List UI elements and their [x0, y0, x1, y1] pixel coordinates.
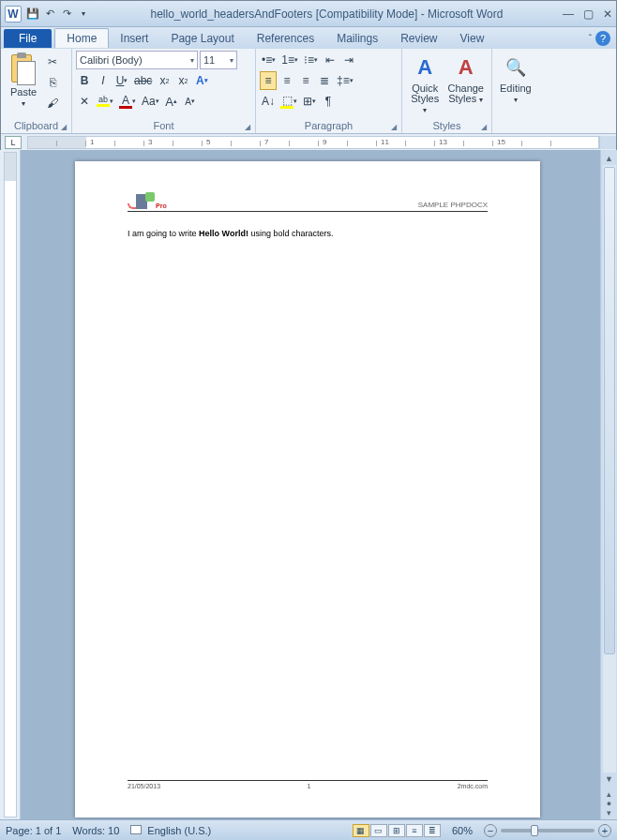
footer-site: 2mdc.com: [458, 783, 488, 789]
cut-button[interactable]: ✂: [44, 52, 61, 71]
tab-mailings[interactable]: Mailings: [325, 29, 389, 48]
zoom-out-button[interactable]: −: [484, 824, 497, 837]
quick-access-toolbar: 💾 ↶ ↷ ▾: [25, 7, 91, 22]
zoom-in-button[interactable]: +: [598, 824, 611, 837]
paste-button[interactable]: Paste▾: [5, 51, 42, 110]
editing-button[interactable]: 🔍 Editing▾: [496, 51, 535, 106]
browse-object-icon[interactable]: ●: [607, 799, 611, 808]
help-icon[interactable]: ?: [595, 31, 610, 46]
change-styles-button[interactable]: A Change Styles ▾: [444, 51, 488, 106]
superscript-button[interactable]: x2: [174, 71, 191, 90]
close-button[interactable]: ✕: [603, 8, 612, 21]
body-text-post: using bold characters.: [248, 229, 334, 238]
scroll-thumb[interactable]: [604, 167, 615, 654]
zoom-value[interactable]: 60%: [452, 825, 473, 836]
zoom-slider[interactable]: [501, 829, 594, 832]
styles-dialog-icon[interactable]: ◢: [481, 123, 487, 131]
minimize-button[interactable]: —: [563, 8, 574, 21]
numbering-button[interactable]: 1≡▾: [279, 51, 300, 69]
qat-more-icon[interactable]: ▾: [76, 7, 91, 22]
redo-icon[interactable]: ↷: [59, 7, 74, 22]
app-icon[interactable]: W: [5, 6, 22, 22]
group-clipboard-label: Clipboard: [14, 120, 58, 131]
shrink-font-button[interactable]: A▾: [182, 92, 199, 111]
clear-formatting-button[interactable]: ✕: [76, 92, 93, 111]
paste-label: Paste: [10, 86, 37, 98]
font-color-button[interactable]: A▾: [117, 92, 138, 111]
vertical-ruler[interactable]: [4, 152, 17, 818]
align-center-button[interactable]: ≡: [278, 71, 295, 90]
window-title: hello_world_headersAndFooters [Compatibi…: [97, 8, 557, 21]
tab-page-layout[interactable]: Page Layout: [159, 29, 245, 48]
zoom-slider-thumb[interactable]: [531, 825, 538, 836]
ruler-toggle-icon[interactable]: [599, 136, 616, 149]
font-size-value: 11: [203, 54, 215, 66]
copy-button[interactable]: ⎘: [44, 73, 61, 92]
paragraph-dialog-icon[interactable]: ◢: [391, 123, 397, 131]
format-painter-button[interactable]: 🖌: [44, 94, 61, 112]
minimize-ribbon-icon[interactable]: ˆ: [589, 34, 592, 44]
footer-date: 21/05/2013: [128, 783, 160, 789]
align-left-button[interactable]: ≡: [260, 71, 277, 90]
increase-indent-button[interactable]: ⇥: [340, 51, 357, 69]
group-paragraph: •≡▾ 1≡▾ ⁝≡▾ ⇤ ⇥ ≡ ≡ ≡ ≣ ‡≡▾ A↓ ⬚▾ ⊞▾ ¶ P…: [256, 49, 402, 133]
scroll-track[interactable]: [603, 165, 616, 772]
status-language[interactable]: English (U.S.): [130, 825, 211, 836]
bold-button[interactable]: B: [76, 71, 93, 90]
next-page-icon[interactable]: ▾: [607, 808, 611, 818]
vertical-ruler-pane: [0, 150, 21, 819]
subscript-button[interactable]: x2: [156, 71, 173, 90]
work-area: Pro SAMPLE PHPDOCX I am going to write H…: [0, 150, 617, 819]
document-body[interactable]: I am going to write Hello World! using b…: [128, 229, 488, 238]
tab-selector[interactable]: L: [5, 136, 22, 149]
multilevel-list-button[interactable]: ⁝≡▾: [302, 51, 320, 69]
status-page[interactable]: Page: 1 of 1: [6, 825, 61, 836]
view-draft-button[interactable]: ≣: [424, 824, 441, 837]
quick-styles-button[interactable]: A Quick Styles ▾: [406, 51, 444, 116]
vertical-scrollbar[interactable]: ▲ ▼ ▴ ● ▾: [600, 150, 617, 819]
view-print-layout-button[interactable]: ▦: [353, 824, 369, 837]
strikethrough-button[interactable]: abc: [132, 71, 154, 90]
status-words[interactable]: Words: 10: [72, 825, 119, 836]
text-effects-button[interactable]: A▾: [193, 71, 210, 90]
grow-font-button[interactable]: A▴: [163, 92, 180, 111]
tab-view[interactable]: View: [449, 29, 496, 48]
shading-button[interactable]: ⬚▾: [278, 92, 299, 111]
save-icon[interactable]: 💾: [25, 7, 40, 22]
change-case-button[interactable]: Aa▾: [140, 92, 161, 111]
show-marks-button[interactable]: ¶: [320, 92, 337, 111]
group-font-label: Font: [153, 120, 173, 131]
view-full-screen-button[interactable]: ▭: [370, 824, 387, 837]
tab-file[interactable]: File: [4, 29, 52, 48]
undo-icon[interactable]: ↶: [42, 7, 57, 22]
maximize-button[interactable]: ▢: [583, 8, 594, 21]
decrease-indent-button[interactable]: ⇤: [322, 51, 339, 69]
tab-references[interactable]: References: [246, 29, 325, 48]
view-web-button[interactable]: ⊞: [388, 824, 405, 837]
underline-button[interactable]: U▾: [113, 71, 130, 90]
font-name-value: Calibri (Body): [80, 54, 143, 66]
view-outline-button[interactable]: ≡: [406, 824, 423, 837]
header-logo-text: Pro: [156, 202, 167, 209]
tab-insert[interactable]: Insert: [109, 29, 159, 48]
clipboard-dialog-icon[interactable]: ◢: [61, 123, 67, 131]
line-spacing-button[interactable]: ‡≡▾: [335, 71, 355, 90]
italic-button[interactable]: I: [95, 71, 112, 90]
document-viewport[interactable]: Pro SAMPLE PHPDOCX I am going to write H…: [21, 150, 600, 819]
align-right-button[interactable]: ≡: [297, 71, 314, 90]
tab-review[interactable]: Review: [389, 29, 448, 48]
font-dialog-icon[interactable]: ◢: [245, 123, 250, 131]
font-size-select[interactable]: 11▾: [200, 51, 237, 69]
highlight-button[interactable]: ab▾: [95, 92, 115, 111]
bullets-button[interactable]: •≡▾: [260, 51, 278, 69]
tab-home[interactable]: Home: [54, 28, 109, 48]
borders-button[interactable]: ⊞▾: [301, 92, 318, 111]
font-name-select[interactable]: Calibri (Body)▾: [76, 51, 198, 69]
scroll-down-icon[interactable]: ▼: [605, 772, 613, 786]
sort-button[interactable]: A↓: [260, 92, 277, 111]
justify-button[interactable]: ≣: [316, 71, 333, 90]
horizontal-ruler[interactable]: 1 3 5 7 9 11 13 15: [27, 136, 599, 149]
scroll-up-icon[interactable]: ▲: [605, 152, 613, 165]
prev-page-icon[interactable]: ▴: [607, 789, 611, 799]
group-font: Calibri (Body)▾ 11▾ B I U▾ abc x2 x2 A▾ …: [72, 49, 256, 133]
